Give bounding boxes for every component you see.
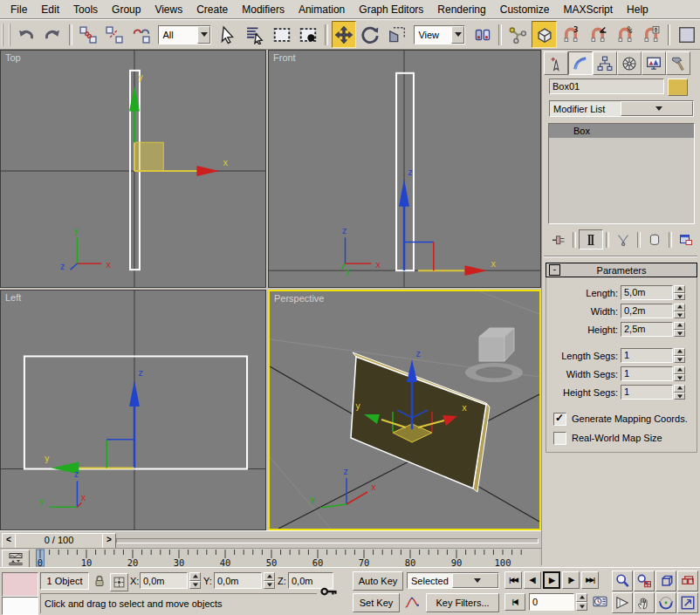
min-max-toggle-button[interactable] — [677, 592, 698, 613]
redo-button[interactable] — [40, 21, 65, 48]
configure-modifier-sets-button[interactable] — [675, 230, 697, 249]
width-spinner[interactable] — [674, 304, 685, 318]
selection-filter-dropdown[interactable]: All — [158, 25, 211, 44]
length-segs-spinner[interactable] — [674, 348, 685, 363]
viewport-label[interactable]: Front — [273, 52, 296, 63]
undo-button[interactable] — [13, 21, 38, 48]
angle-snap-button[interactable] — [586, 21, 611, 48]
pan-button[interactable] — [634, 592, 655, 613]
key-mode-toggle-button[interactable]: |◀| — [504, 593, 525, 611]
select-by-name-button[interactable] — [243, 21, 268, 48]
spinner-down-button[interactable] — [189, 581, 201, 590]
y-coordinate-spinner[interactable] — [264, 572, 275, 589]
menu-file[interactable]: File — [3, 1, 34, 18]
spinner-down-button[interactable] — [674, 356, 685, 364]
maxscript-mini-listener-macro[interactable] — [2, 572, 38, 597]
x-coordinate-field[interactable]: 0,0m — [140, 572, 188, 589]
viewport-perspective[interactable]: z x y z x y Perspective — [268, 290, 541, 530]
spinner-up-button[interactable] — [264, 572, 275, 581]
zoom-all-button[interactable] — [634, 571, 655, 591]
selection-set-dropdown[interactable]: Selected — [407, 572, 499, 589]
reference-coordinate-system-dropdown[interactable]: View — [414, 25, 465, 44]
real-world-map-size-checkbox[interactable] — [553, 432, 566, 445]
auto-key-button[interactable]: Auto Key — [353, 571, 403, 591]
tab-display[interactable] — [642, 51, 666, 75]
spinner-down-button[interactable] — [674, 311, 685, 319]
arc-rotate-button[interactable] — [655, 592, 676, 613]
percent-snap-button[interactable]: % — [612, 21, 637, 48]
remove-modifier-button[interactable] — [643, 230, 666, 249]
chevron-down-icon[interactable] — [451, 26, 464, 44]
make-unique-button[interactable] — [612, 230, 635, 249]
select-object-button[interactable] — [216, 21, 241, 48]
spinner-up-button[interactable] — [576, 593, 587, 602]
snap-3-button[interactable]: 3 — [559, 21, 584, 48]
menu-edit[interactable]: Edit — [34, 1, 66, 18]
menu-group[interactable]: Group — [105, 1, 148, 18]
zoom-extents-all-button[interactable] — [677, 571, 698, 591]
viewport-left[interactable]: z y z y x Left — [0, 290, 266, 530]
perspective-viewport-canvas[interactable]: z x y z x y — [270, 291, 539, 529]
height-segs-field[interactable]: 1 — [621, 385, 673, 400]
menu-rendering[interactable]: Rendering — [430, 1, 492, 18]
bind-to-space-warp-button[interactable] — [129, 21, 154, 48]
menu-modifiers[interactable]: Modifiers — [235, 1, 292, 18]
spinner-up-button[interactable] — [674, 385, 685, 393]
width-field[interactable]: 0,2m — [621, 304, 673, 318]
key-filters-button[interactable]: Key Filters... — [426, 593, 499, 612]
show-end-result-button[interactable] — [579, 229, 603, 249]
menu-create[interactable]: Create — [189, 1, 235, 18]
chevron-down-icon[interactable] — [621, 101, 693, 116]
spinner-down-button[interactable] — [674, 293, 685, 301]
use-center-button[interactable] — [470, 21, 495, 48]
parameters-rollout-header[interactable]: Parameters — [546, 263, 697, 277]
spinner-up-button[interactable] — [674, 285, 685, 293]
menu-tools[interactable]: Tools — [66, 1, 105, 18]
generate-mapping-coords-checkbox[interactable] — [553, 413, 566, 426]
length-segs-field[interactable]: 1 — [621, 348, 673, 363]
select-and-manipulate-button[interactable] — [505, 21, 531, 48]
menu-animation[interactable]: Animation — [292, 1, 352, 18]
next-frame-button[interactable]: ||▶ — [562, 571, 580, 589]
go-to-end-button[interactable]: ▶▶| — [581, 571, 599, 589]
pin-stack-button[interactable] — [547, 230, 570, 249]
zoom-extents-button[interactable] — [655, 571, 676, 591]
maxscript-mini-listener[interactable] — [2, 597, 38, 615]
spinner-snap-button[interactable] — [639, 21, 664, 48]
play-button[interactable]: ▶ — [543, 571, 560, 589]
height-field[interactable]: 2,5m — [621, 322, 673, 337]
select-and-move-button[interactable] — [332, 21, 357, 48]
field-of-view-button[interactable] — [612, 592, 633, 613]
unlink-selection-button[interactable] — [102, 21, 127, 48]
modifier-stack-item-box[interactable]: Box — [549, 124, 694, 138]
viewport-label[interactable]: Left — [5, 292, 21, 303]
tab-create[interactable] — [544, 51, 568, 75]
viewport-label[interactable]: Top — [5, 52, 21, 63]
spinner-down-button[interactable] — [264, 581, 275, 590]
tab-utilities[interactable] — [666, 51, 690, 75]
chevron-down-icon[interactable] — [452, 573, 498, 588]
rollout-collapse-button[interactable]: - — [549, 264, 560, 276]
absolute-offset-mode-toggle[interactable] — [110, 573, 128, 591]
viewport-front[interactable]: z x z x y Front — [268, 50, 541, 288]
menu-views[interactable]: Views — [148, 1, 189, 18]
previous-frame-button[interactable]: ◀|| — [524, 571, 541, 589]
time-slider-handle[interactable]: 0 / 100 — [15, 533, 103, 549]
spinner-up-button[interactable] — [189, 572, 201, 581]
time-slider-prev-button[interactable]: < — [2, 533, 16, 549]
spinner-down-button[interactable] — [576, 602, 587, 611]
spinner-down-button[interactable] — [674, 374, 685, 382]
x-coordinate-spinner[interactable] — [189, 572, 201, 589]
select-and-rotate-button[interactable] — [358, 21, 383, 48]
select-and-scale-button[interactable] — [385, 21, 410, 48]
named-selections-button[interactable] — [674, 21, 699, 48]
selection-lock-toggle[interactable] — [93, 574, 107, 589]
viewport-label[interactable]: Perspective — [274, 293, 324, 304]
left-viewport-canvas[interactable]: z y z y x — [1, 290, 265, 530]
width-segs-field[interactable]: 1 — [621, 366, 673, 381]
frame-spinner[interactable] — [576, 593, 587, 611]
height-segs-spinner[interactable] — [674, 385, 685, 400]
time-slider-track[interactable] — [116, 538, 539, 543]
object-name-field[interactable]: Box01 — [549, 79, 664, 94]
width-segs-spinner[interactable] — [674, 366, 685, 381]
